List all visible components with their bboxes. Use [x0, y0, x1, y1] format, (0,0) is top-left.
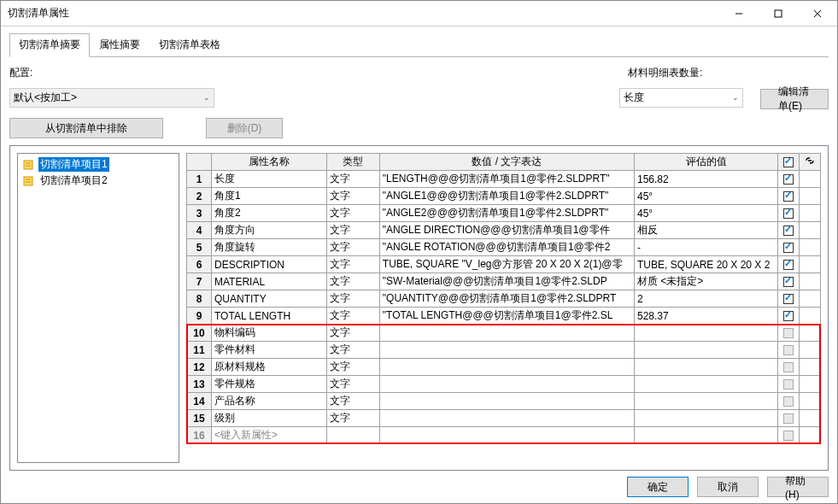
- cell-name[interactable]: 角度2: [212, 205, 327, 222]
- cell-link[interactable]: [800, 239, 821, 256]
- cell-check[interactable]: [778, 376, 800, 393]
- cell-expr[interactable]: [379, 359, 634, 376]
- row-number[interactable]: 16: [187, 427, 212, 444]
- cell-link[interactable]: [800, 393, 821, 410]
- cell-expr[interactable]: "ANGLE ROTATION@@@切割清单项目1@零件2: [379, 239, 634, 256]
- cell-link[interactable]: [800, 171, 821, 188]
- row-number[interactable]: 14: [187, 393, 212, 410]
- cell-name[interactable]: 长度: [212, 171, 327, 188]
- row-number[interactable]: 13: [187, 376, 212, 393]
- cell-name[interactable]: DESCRIPTION: [212, 256, 327, 273]
- cell-name[interactable]: 角度方向: [212, 222, 327, 239]
- cell-type[interactable]: 文字: [326, 290, 379, 308]
- cell-type[interactable]: 文字: [326, 188, 379, 205]
- cell-link[interactable]: [800, 273, 821, 290]
- minimize-button[interactable]: [719, 1, 759, 26]
- cell-check[interactable]: [778, 342, 800, 359]
- cell-expr[interactable]: [379, 393, 634, 410]
- table-row[interactable]: 7 MATERIAL 文字 "SW-Material@@@切割清单项目1@零件2…: [187, 273, 821, 290]
- tree-item[interactable]: 切割清单项目1: [21, 156, 176, 173]
- cell-check[interactable]: [778, 222, 800, 239]
- cell-eval[interactable]: -: [634, 239, 777, 256]
- cell-eval[interactable]: 2: [634, 290, 777, 308]
- row-number[interactable]: 7: [187, 273, 212, 290]
- table-row[interactable]: 14 产品名称 文字: [187, 393, 821, 410]
- tab-prop-summary[interactable]: 属性摘要: [90, 33, 149, 57]
- cell-eval[interactable]: [634, 410, 777, 427]
- row-number[interactable]: 11: [187, 342, 212, 359]
- table-row[interactable]: 13 零件规格 文字: [187, 376, 821, 393]
- table-row[interactable]: 16 <键入新属性>: [187, 427, 821, 444]
- cell-check[interactable]: [778, 410, 800, 427]
- row-number[interactable]: 10: [187, 325, 212, 342]
- cell-name[interactable]: TOTAL LENGTH: [212, 308, 327, 325]
- cell-expr[interactable]: [379, 410, 634, 427]
- maximize-button[interactable]: [759, 1, 798, 26]
- cell-link[interactable]: [800, 376, 821, 393]
- cell-check[interactable]: [778, 359, 800, 376]
- header-type[interactable]: 类型: [326, 154, 379, 171]
- cell-link[interactable]: [800, 290, 821, 308]
- cell-eval[interactable]: TUBE, SQUARE 20 X 20 X 2: [634, 256, 777, 273]
- tree-item[interactable]: 切割清单项目2: [21, 173, 176, 189]
- cell-check[interactable]: [778, 256, 800, 273]
- cancel-button[interactable]: 取消: [697, 477, 759, 497]
- cell-expr[interactable]: "SW-Material@@@切割清单项目1@零件2.SLDP: [379, 273, 634, 290]
- table-row[interactable]: 8 QUANTITY 文字 "QUANTITY@@@切割清单项目1@零件2.SL…: [187, 290, 821, 308]
- cell-type[interactable]: 文字: [326, 273, 379, 290]
- row-number[interactable]: 3: [187, 205, 212, 222]
- cell-eval[interactable]: [634, 359, 777, 376]
- cell-check[interactable]: [778, 273, 800, 290]
- cell-eval[interactable]: [634, 393, 777, 410]
- cell-eval[interactable]: 材质 <未指定>: [634, 273, 777, 290]
- table-row[interactable]: 11 零件材料 文字: [187, 342, 821, 359]
- table-row[interactable]: 15 级别 文字: [187, 410, 821, 427]
- cell-link[interactable]: [800, 308, 821, 325]
- close-button[interactable]: [798, 1, 837, 26]
- cell-expr[interactable]: [379, 376, 634, 393]
- cell-type[interactable]: 文字: [326, 256, 379, 273]
- cell-type[interactable]: [326, 427, 379, 444]
- cell-name[interactable]: 产品名称: [212, 393, 327, 410]
- table-row[interactable]: 6 DESCRIPTION 文字 TUBE, SQUARE "V_leg@方形管…: [187, 256, 821, 273]
- cell-link[interactable]: [800, 325, 821, 342]
- table-row[interactable]: 1 长度 文字 "LENGTH@@@切割清单项目1@零件2.SLDPRT" 15…: [187, 171, 821, 188]
- delete-button[interactable]: 删除(D): [206, 118, 283, 138]
- row-number[interactable]: 6: [187, 256, 212, 273]
- table-row[interactable]: 12 原材料规格 文字: [187, 359, 821, 376]
- cell-check[interactable]: [778, 308, 800, 325]
- cell-name[interactable]: MATERIAL: [212, 273, 327, 290]
- cell-type[interactable]: 文字: [326, 393, 379, 410]
- cell-check[interactable]: [778, 171, 800, 188]
- cell-link[interactable]: [800, 342, 821, 359]
- cell-eval[interactable]: [634, 325, 777, 342]
- cell-expr[interactable]: "QUANTITY@@@切割清单项目1@零件2.SLDPRT: [379, 290, 634, 308]
- cell-eval[interactable]: [634, 342, 777, 359]
- cell-link[interactable]: [800, 410, 821, 427]
- cell-check[interactable]: [778, 325, 800, 342]
- header-expr[interactable]: 数值 / 文字表达: [379, 154, 634, 171]
- cell-check[interactable]: [778, 393, 800, 410]
- cell-name[interactable]: <键入新属性>: [212, 427, 327, 444]
- cell-check[interactable]: [778, 188, 800, 205]
- cell-check[interactable]: [778, 427, 800, 444]
- cell-link[interactable]: [800, 188, 821, 205]
- tab-summary[interactable]: 切割清单摘要: [9, 33, 90, 57]
- cell-type[interactable]: 文字: [326, 171, 379, 188]
- table-row[interactable]: 9 TOTAL LENGTH 文字 "TOTAL LENGTH@@@切割清单项目…: [187, 308, 821, 325]
- edit-list-button[interactable]: 编辑清单(E): [760, 89, 829, 109]
- cell-eval[interactable]: [634, 376, 777, 393]
- cell-name[interactable]: 角度1: [212, 188, 327, 205]
- cell-type[interactable]: 文字: [326, 205, 379, 222]
- tab-table[interactable]: 切割清单表格: [149, 33, 230, 57]
- row-number[interactable]: 12: [187, 359, 212, 376]
- cell-type[interactable]: 文字: [326, 342, 379, 359]
- row-number[interactable]: 4: [187, 222, 212, 239]
- cell-link[interactable]: [800, 222, 821, 239]
- cell-name[interactable]: QUANTITY: [212, 290, 327, 308]
- cell-check[interactable]: [778, 205, 800, 222]
- corner-cell[interactable]: [187, 154, 212, 171]
- table-row[interactable]: 3 角度2 文字 "ANGLE2@@@切割清单项目1@零件2.SLDPRT" 4…: [187, 205, 821, 222]
- cell-name[interactable]: 零件材料: [212, 342, 327, 359]
- header-link[interactable]: [800, 154, 821, 171]
